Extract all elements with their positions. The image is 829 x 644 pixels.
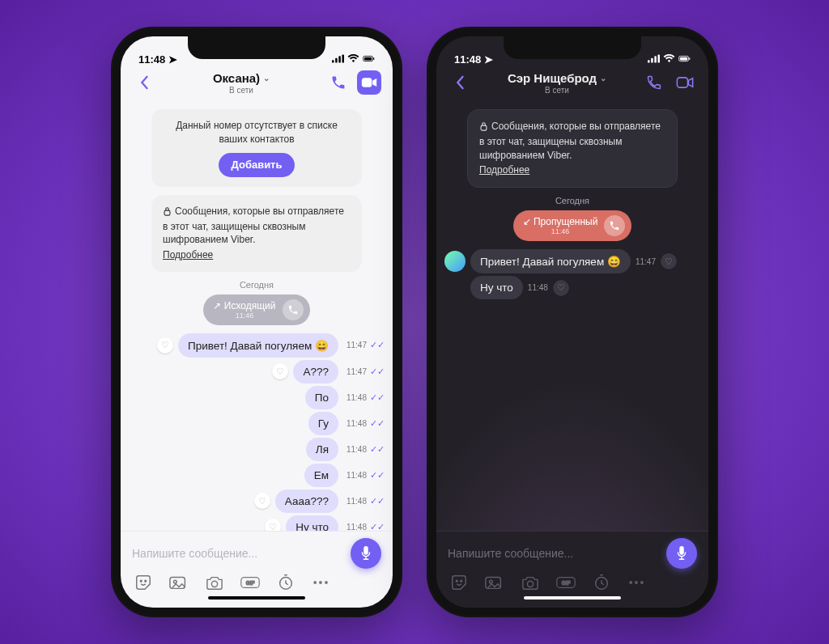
call-time: 11:46 [213, 311, 275, 320]
missed-call-pill[interactable]: ↙ Пропущенный 11:46 [513, 210, 632, 241]
gif-icon[interactable]: GIF [556, 575, 576, 590]
message-out[interactable]: По 11:48✓✓ [129, 386, 385, 409]
chat-title[interactable]: Оксана)⌄ [213, 71, 270, 85]
sticker-icon[interactable] [134, 574, 153, 591]
react-button[interactable]: ♡ [661, 253, 677, 269]
arrow-outgoing-icon: ↗ [213, 300, 221, 311]
message-out[interactable]: ♡ Ну что 11:48✓✓ [129, 515, 385, 531]
outgoing-call-pill[interactable]: ↗ Исходящий 11:46 [203, 294, 309, 325]
message-text: Ну что [286, 515, 338, 531]
message-input[interactable] [132, 547, 342, 560]
svg-rect-1 [335, 58, 338, 63]
read-checks-icon: ✓✓ [370, 340, 385, 350]
chat-status: В сети [163, 86, 320, 95]
react-button[interactable]: ♡ [265, 519, 281, 531]
wifi-icon [347, 53, 359, 66]
camera-icon[interactable] [521, 574, 540, 591]
video-call-button[interactable] [673, 70, 697, 95]
svg-rect-25 [677, 78, 687, 87]
home-indicator[interactable] [524, 596, 621, 600]
svg-point-14 [211, 581, 217, 587]
date-separator: Сегодня [129, 280, 385, 290]
input-bar: GIF ••• [121, 531, 393, 608]
encryption-text: Сообщения, которые вы отправляете в этот… [479, 121, 661, 161]
input-bar: GIF ••• [436, 531, 708, 608]
timer-icon[interactable] [276, 574, 295, 591]
voice-call-button[interactable] [326, 70, 351, 95]
messages-list-left: ♡ Привет! Давай погуляем 😄 11:47✓✓ ♡ А??… [129, 333, 385, 531]
avatar[interactable] [444, 251, 466, 272]
svg-point-28 [456, 580, 457, 582]
message-out[interactable]: Ем 11:48✓✓ [129, 464, 385, 487]
message-text: Ля [306, 438, 338, 461]
svg-point-32 [527, 581, 533, 587]
encryption-more-link[interactable]: Подробнее [479, 163, 529, 177]
message-out[interactable]: Гу 11:48✓✓ [129, 412, 385, 435]
mic-button[interactable] [666, 538, 697, 569]
svg-text:GIF: GIF [246, 580, 255, 586]
chat-title[interactable]: Сэр Нищеброд⌄ [508, 71, 606, 85]
message-in[interactable]: Ну что 11:48 ♡ [470, 276, 700, 299]
gif-icon[interactable]: GIF [240, 575, 260, 590]
notch [504, 36, 641, 59]
battery-icon [678, 53, 691, 66]
message-out[interactable]: Ля 11:48✓✓ [129, 438, 385, 461]
back-button[interactable] [448, 70, 472, 95]
voice-call-button[interactable] [642, 70, 666, 95]
gallery-icon[interactable] [485, 574, 504, 591]
status-time: 11:48 ➤ [138, 53, 177, 66]
gallery-icon[interactable] [169, 574, 189, 591]
svg-rect-19 [651, 58, 653, 63]
message-text: Гу [308, 412, 338, 435]
arrow-missed-icon: ↙ [523, 216, 531, 227]
message-out[interactable]: ♡ Аааа??? 11:48✓✓ [129, 489, 385, 513]
encryption-text: Сообщения, которые вы отправляете в этот… [163, 205, 344, 246]
read-checks-icon: ✓✓ [370, 366, 385, 377]
messages-list-right: Привет! Давай погуляем 😄 11:47 ♡ Ну что … [444, 249, 700, 299]
chevron-down-icon: ⌄ [263, 74, 270, 83]
chat-content[interactable]: Сообщения, которые вы отправляете в этот… [436, 101, 708, 531]
message-text: Ем [304, 464, 338, 487]
mic-button[interactable] [351, 538, 381, 569]
home-indicator[interactable] [208, 596, 305, 600]
phone-light: 11:48 ➤ Оксана)⌄ [111, 27, 402, 617]
message-text: По [305, 386, 338, 409]
back-button[interactable] [132, 70, 156, 95]
location-icon: ➤ [484, 53, 493, 66]
location-icon: ➤ [168, 53, 177, 66]
read-checks-icon: ✓✓ [370, 392, 385, 403]
call-time: 11:46 [523, 227, 598, 235]
read-checks-icon: ✓✓ [370, 522, 385, 531]
react-button[interactable]: ♡ [553, 280, 569, 296]
sticker-icon[interactable] [449, 574, 469, 591]
message-text: Привет! Давай погуляем 😄 [470, 249, 631, 273]
svg-rect-6 [373, 57, 374, 60]
more-icon[interactable]: ••• [312, 576, 331, 589]
message-in[interactable]: Привет! Давай погуляем 😄 11:47 ♡ [444, 249, 700, 273]
svg-rect-30 [486, 578, 500, 589]
message-out[interactable]: ♡ А??? 11:47✓✓ [129, 360, 385, 383]
message-out[interactable]: ♡ Привет! Давай погуляем 😄 11:47✓✓ [129, 333, 385, 358]
more-icon[interactable]: ••• [627, 576, 647, 589]
tool-row: GIF ••• [132, 569, 381, 591]
call-icon [283, 299, 304, 320]
react-button[interactable]: ♡ [254, 493, 270, 509]
camera-icon[interactable] [205, 574, 224, 591]
svg-rect-20 [654, 56, 657, 62]
timer-icon[interactable] [592, 574, 611, 591]
message-input[interactable] [448, 547, 658, 560]
chat-content[interactable]: Данный номер отсутствует в списке ваших … [121, 101, 393, 531]
react-button[interactable]: ♡ [272, 363, 288, 379]
tool-row: GIF ••• [448, 569, 697, 591]
add-contact-button[interactable]: Добавить [219, 153, 295, 177]
video-call-button[interactable] [357, 70, 381, 95]
signal-icon [648, 53, 660, 66]
svg-rect-7 [362, 78, 372, 87]
react-button[interactable]: ♡ [157, 337, 173, 354]
encryption-more-link[interactable]: Подробнее [163, 248, 213, 262]
svg-rect-18 [648, 60, 650, 62]
status-time: 11:48 ➤ [454, 53, 493, 66]
message-text: Ну что [470, 276, 523, 299]
chat-header: Сэр Нищеброд⌄ В сети [436, 67, 708, 101]
svg-rect-24 [689, 57, 690, 60]
